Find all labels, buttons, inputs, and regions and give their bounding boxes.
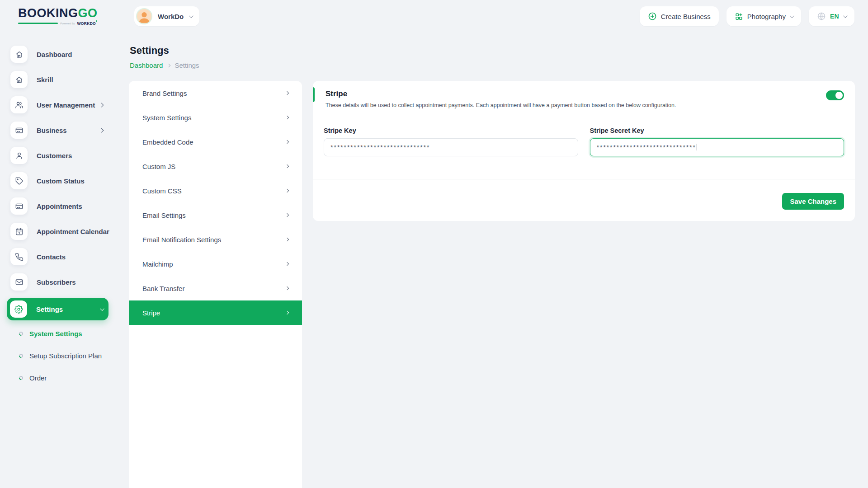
users-icon bbox=[10, 96, 28, 113]
sidebar-item-subscribers[interactable]: Subscribers bbox=[7, 272, 108, 291]
credit-card-icon bbox=[10, 197, 28, 215]
chevron-down-icon bbox=[790, 14, 794, 18]
bullet-icon bbox=[18, 331, 24, 337]
calendar-icon bbox=[10, 223, 28, 240]
settings-menu-item-brand-settings[interactable]: Brand Settings bbox=[129, 81, 302, 105]
save-changes-button[interactable]: Save Changes bbox=[782, 193, 844, 210]
settings-menu-item-custom-css[interactable]: Custom CSS bbox=[129, 178, 302, 203]
sidebar-item-label: Skrill bbox=[37, 76, 53, 84]
sidebar-subitem-label: Setup Subscription Plan bbox=[29, 352, 102, 360]
settings-menu-item-label: Custom JS bbox=[142, 163, 175, 170]
chevron-right-icon bbox=[285, 91, 289, 95]
page-title: Settings bbox=[130, 44, 855, 57]
sidebar-item-label: Dashboard bbox=[37, 51, 72, 58]
circle-plus-icon bbox=[648, 12, 657, 21]
business-type-dropdown[interactable]: Photography bbox=[726, 6, 801, 26]
sidebar-subitem-order[interactable]: Order bbox=[19, 371, 129, 385]
settings-menu-item-label: Bank Transfer bbox=[142, 285, 184, 292]
sidebar-nav: DashboardSkrillUser ManagementBusinessCu… bbox=[7, 45, 129, 320]
sidebar-item-appointment-calendar[interactable]: Appointment Calendar bbox=[7, 222, 108, 241]
workspace-name: WorkDo bbox=[158, 13, 184, 20]
settings-menu-item-mailchimp[interactable]: Mailchimp bbox=[129, 252, 302, 276]
sidebar-item-contacts[interactable]: Contacts bbox=[7, 247, 108, 266]
chevron-right-icon bbox=[99, 128, 104, 132]
sidebar-subitem-system-settings[interactable]: System Settings bbox=[19, 327, 129, 340]
stripe-enabled-toggle[interactable] bbox=[826, 90, 844, 100]
toggle-knob bbox=[835, 92, 843, 99]
settings-menu-item-label: Stripe bbox=[142, 309, 160, 317]
sidebar-item-business[interactable]: Business bbox=[7, 121, 108, 140]
settings-menu-item-bank-transfer[interactable]: Bank Transfer bbox=[129, 276, 302, 300]
stripe-panel: Stripe These details will be used to col… bbox=[313, 81, 855, 221]
settings-menu-item-email-notification-settings[interactable]: Email Notification Settings bbox=[129, 227, 302, 252]
settings-menu-item-system-settings[interactable]: System Settings bbox=[129, 105, 302, 130]
settings-menu-item-stripe[interactable]: Stripe bbox=[129, 300, 302, 325]
settings-menu-item-label: Embedded Code bbox=[142, 138, 193, 146]
globe-icon bbox=[817, 12, 826, 21]
workspace-switcher[interactable]: WorkDo bbox=[134, 6, 199, 26]
business-type-label: Photography bbox=[747, 13, 786, 20]
chevron-right-icon bbox=[99, 103, 104, 107]
chevron-right-icon bbox=[285, 213, 289, 217]
chevron-right-icon bbox=[285, 189, 289, 192]
logo-text: BOOKINGGO bbox=[18, 7, 96, 19]
main-content: Settings Dashboard Settings Brand Settin… bbox=[129, 33, 855, 488]
phone-icon bbox=[10, 248, 28, 265]
chevron-down-icon bbox=[100, 306, 104, 311]
sidebar-item-appointments[interactable]: Appointments bbox=[7, 197, 108, 216]
powered-by-brand: WORKDO bbox=[77, 21, 96, 26]
chevron-right-icon bbox=[285, 116, 289, 119]
settings-menu-item-label: Email Notification Settings bbox=[142, 236, 221, 244]
chevron-right-icon bbox=[285, 140, 289, 144]
settings-menu-item-custom-js[interactable]: Custom JS bbox=[129, 154, 302, 178]
credit-card-icon bbox=[10, 122, 28, 139]
bullet-icon bbox=[18, 353, 24, 359]
sidebar-item-label: Business bbox=[37, 127, 67, 134]
workspace-avatar bbox=[136, 8, 152, 24]
settings-menu-item-embedded-code[interactable]: Embedded Code bbox=[129, 130, 302, 154]
sidebar-item-customers[interactable]: Customers bbox=[7, 146, 108, 165]
chevron-right-icon bbox=[285, 238, 289, 241]
sidebar-item-label: User Management bbox=[37, 101, 95, 109]
sidebar-item-settings[interactable]: Settings bbox=[7, 298, 108, 320]
stripe-secret-key-input[interactable]: ****************************** bbox=[590, 138, 844, 156]
category-icon bbox=[735, 12, 743, 21]
language-selector[interactable]: EN bbox=[809, 6, 854, 26]
sidebar-item-dashboard[interactable]: Dashboard bbox=[7, 45, 108, 64]
breadcrumb: Dashboard Settings bbox=[130, 61, 855, 70]
sidebar-subitem-label: Order bbox=[29, 374, 47, 382]
create-business-button[interactable]: Create Business bbox=[640, 6, 719, 26]
stripe-secret-key-field: Stripe Secret Key **********************… bbox=[590, 127, 844, 156]
sidebar-item-label: Settings bbox=[36, 305, 63, 313]
breadcrumb-dashboard-link[interactable]: Dashboard bbox=[130, 61, 163, 69]
chevron-right-icon bbox=[285, 311, 289, 314]
mail-icon bbox=[10, 273, 28, 291]
sidebar-item-skrill[interactable]: Skrill bbox=[7, 70, 108, 89]
settings-menu-item-label: Email Settings bbox=[142, 211, 186, 219]
chevron-right-icon bbox=[285, 164, 289, 168]
settings-menu: Brand SettingsSystem SettingsEmbedded Co… bbox=[129, 81, 302, 488]
user-icon bbox=[10, 147, 28, 164]
panel-description: These details will be used to collect ap… bbox=[326, 102, 844, 108]
stripe-key-input[interactable]: ****************************** bbox=[324, 138, 578, 156]
sidebar-item-label: Subscribers bbox=[37, 278, 76, 286]
home-icon bbox=[10, 71, 28, 88]
sidebar-item-label: Customers bbox=[37, 152, 72, 160]
sidebar: DashboardSkrillUser ManagementBusinessCu… bbox=[0, 33, 129, 488]
logo-underline bbox=[18, 23, 58, 24]
app-logo[interactable]: BOOKINGGO Powered By WORKDO bbox=[18, 7, 96, 26]
settings-menu-item-label: System Settings bbox=[142, 114, 191, 122]
chevron-down-icon bbox=[189, 14, 193, 18]
topbar: BOOKINGGO Powered By WORKDO WorkDo Creat… bbox=[0, 0, 868, 33]
settings-menu-item-email-settings[interactable]: Email Settings bbox=[129, 203, 302, 227]
chevron-right-icon bbox=[285, 286, 289, 290]
sidebar-item-label: Appointments bbox=[37, 202, 82, 210]
sidebar-subitem-setup-subscription-plan[interactable]: Setup Subscription Plan bbox=[19, 349, 129, 362]
sidebar-item-user-management[interactable]: User Management bbox=[7, 95, 108, 114]
bullet-icon bbox=[18, 375, 24, 381]
sidebar-item-label: Appointment Calendar bbox=[37, 228, 109, 235]
stripe-key-field: Stripe Key *****************************… bbox=[324, 127, 578, 156]
tag-icon bbox=[10, 172, 28, 189]
sidebar-item-custom-status[interactable]: Custom Status bbox=[7, 171, 108, 190]
breadcrumb-current: Settings bbox=[175, 61, 199, 69]
